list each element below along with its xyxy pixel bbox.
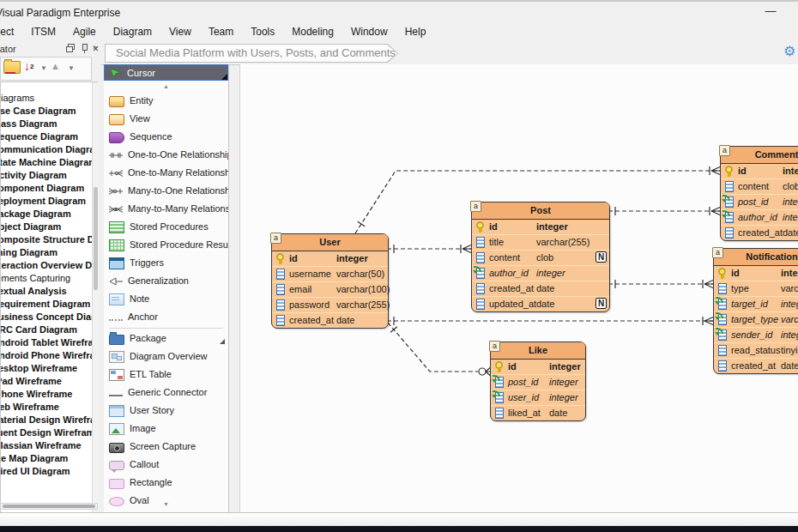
- table-row[interactable]: post_idinteger: [721, 195, 798, 210]
- collapse-dropdown-icon[interactable]: ▼: [68, 64, 75, 72]
- tool-callout[interactable]: Callout: [104, 456, 228, 474]
- menu-help[interactable]: Help: [396, 22, 435, 41]
- nav-item-communication[interactable]: Communication Diagram: [0, 143, 97, 156]
- table-row[interactable]: sender_idinteger: [714, 328, 798, 343]
- table-row[interactable]: post_idinteger: [491, 375, 585, 390]
- tool-package[interactable]: Package: [104, 329, 228, 348]
- nav-item-requirements-capturing[interactable]: Requirements Capturing: [0, 272, 97, 285]
- collapse-icon[interactable]: ▲: [51, 61, 60, 71]
- tool-one-to-many[interactable]: One-to-Many Relationship: [104, 164, 228, 182]
- nav-item-business-concept[interactable]: Business Concept Diagram: [0, 311, 97, 323]
- table-row[interactable]: author_idinteger: [472, 266, 609, 281]
- menu-itsm[interactable]: ITSM: [22, 22, 64, 41]
- table-row[interactable]: liked_atdate: [491, 406, 585, 420]
- sort-dropdown-icon[interactable]: ▼: [40, 64, 47, 72]
- nav-item-android-tablet[interactable]: Android Tablet Wireframe: [0, 336, 97, 349]
- toolbox-scroll-up[interactable]: ▲: [104, 81, 228, 92]
- tool-image[interactable]: Image: [104, 420, 228, 438]
- table-row[interactable]: idinteger: [714, 266, 798, 281]
- nav-item-component[interactable]: Component Diagram: [0, 182, 97, 195]
- tool-cursor[interactable]: Cursor: [104, 64, 228, 81]
- tool-triggers[interactable]: Triggers: [104, 254, 228, 272]
- nav-item-crc-card[interactable]: CRC Card Diagram: [0, 323, 97, 336]
- menu-tools[interactable]: Tools: [242, 22, 283, 41]
- table-row[interactable]: user_idinteger: [491, 390, 585, 406]
- table-row[interactable]: created_atdate: [272, 313, 388, 328]
- tool-user-story[interactable]: User Story: [104, 402, 228, 420]
- nav-item-use-case[interactable]: Use Case Diagram: [0, 105, 97, 118]
- nav-item-composite-structure[interactable]: Composite Structure Diagram: [0, 233, 97, 246]
- table-row[interactable]: titlevarchar(255): [472, 235, 609, 251]
- nav-item-deployment[interactable]: Deployment Diagram: [0, 195, 97, 208]
- nav-item-wired-ui[interactable]: Wired UI Diagram: [0, 465, 97, 478]
- table-row[interactable]: created_atdate: [714, 359, 798, 373]
- table-row[interactable]: read_statustinyint: [714, 343, 798, 359]
- table-row[interactable]: contentclobN: [472, 251, 609, 266]
- nav-item-diagrams[interactable]: Diagrams: [0, 92, 97, 105]
- diagram-canvas[interactable]: a User idinteger usernamevarchar(50) ema…: [239, 64, 798, 512]
- table-row[interactable]: target_idinteger: [714, 297, 798, 312]
- nav-item-interaction-overview[interactable]: Interaction Overview Diagram: [0, 259, 97, 272]
- gear-icon[interactable]: ⚙: [783, 43, 795, 59]
- table-row[interactable]: passwordvarchar(255): [272, 298, 388, 313]
- tool-etl-table[interactable]: ETL Table: [104, 366, 228, 384]
- entity-user[interactable]: a User idinteger usernamevarchar(50) ema…: [271, 233, 389, 329]
- menu-window[interactable]: Window: [342, 22, 396, 41]
- table-row[interactable]: idinteger: [491, 360, 585, 375]
- entity-comment[interactable]: a Comment idinteger contentclob post_idi…: [720, 146, 798, 241]
- minimize-button[interactable]: —: [755, 2, 786, 22]
- tool-many-to-one[interactable]: Many-to-One Relationship: [104, 182, 228, 200]
- nav-item-atlassian[interactable]: Atlassian Wireframe: [0, 439, 97, 452]
- nav-item-state-machine[interactable]: State Machine Diagram: [0, 156, 97, 169]
- new-diagram-icon[interactable]: [3, 61, 21, 74]
- nav-item-ipad-wireframe[interactable]: iPad Wireframe: [0, 375, 97, 388]
- scrollbar-thumb[interactable]: [94, 187, 98, 290]
- nav-item-desktop-wireframe[interactable]: Desktop Wireframe: [0, 362, 97, 375]
- scrollbar-thumb[interactable]: [3, 505, 95, 508]
- menu-diagram[interactable]: Diagram: [105, 22, 160, 41]
- sort-icon[interactable]: ↓2: [24, 59, 33, 74]
- nav-item-class[interactable]: Class Diagram: [0, 118, 97, 130]
- table-row[interactable]: target_typevarchar: [714, 312, 798, 328]
- nav-item-timing[interactable]: Timing Diagram: [0, 246, 97, 259]
- tool-entity[interactable]: Entity: [104, 92, 228, 110]
- nav-item-activity[interactable]: Activity Diagram: [0, 169, 97, 182]
- pin-icon[interactable]: [79, 44, 90, 54]
- table-row[interactable]: author_idinteger: [721, 210, 798, 226]
- menu-view[interactable]: View: [160, 22, 200, 41]
- entity-notification[interactable]: a Notification idinteger typevarchar tar…: [713, 248, 798, 374]
- nav-item-site-map[interactable]: Site Map Diagram: [0, 452, 97, 465]
- nav-item-material-design[interactable]: Material Design Wireframe: [0, 414, 97, 426]
- tool-generalization[interactable]: Generalization: [104, 272, 228, 290]
- nav-item-fluent-design[interactable]: Fluent Design Wireframe: [0, 426, 97, 439]
- tool-stored-procedures[interactable]: Stored Procedures: [104, 218, 228, 236]
- tool-sequence[interactable]: Sequence: [104, 128, 228, 146]
- tool-view[interactable]: View: [104, 110, 228, 128]
- table-row[interactable]: created_atdate: [472, 281, 609, 297]
- table-row[interactable]: usernamevarchar(50): [272, 267, 388, 282]
- nav-item-package[interactable]: Package Diagram: [0, 208, 97, 221]
- nav-item-textual-analysis[interactable]: Textual Analysis: [0, 285, 97, 298]
- table-row[interactable]: emailvarchar(100): [272, 282, 388, 298]
- table-row[interactable]: idinteger: [472, 220, 609, 235]
- toolbox-scroll-down[interactable]: ▼: [104, 499, 228, 510]
- restore-icon[interactable]: [65, 44, 76, 54]
- table-row[interactable]: updated_atdateN: [472, 297, 609, 311]
- tool-diagram-overview[interactable]: Diagram Overview: [104, 348, 228, 366]
- tool-one-to-one[interactable]: One-to-One Relationship: [104, 146, 228, 164]
- table-row[interactable]: created_atdate: [721, 226, 798, 240]
- toolbar-overflow-icon[interactable]: »: [93, 43, 97, 51]
- connector-user-like[interactable]: [388, 323, 478, 372]
- tool-note[interactable]: Note: [104, 290, 228, 308]
- table-row[interactable]: typevarchar: [714, 281, 798, 297]
- nav-item-requirement[interactable]: Requirement Diagram: [0, 298, 97, 311]
- breadcrumb[interactable]: Social Media Platform with Users, Posts,…: [105, 44, 398, 63]
- menu-team[interactable]: Team: [200, 22, 242, 41]
- menu-agile[interactable]: Agile: [64, 22, 105, 41]
- tool-stored-procedure-resultset[interactable]: Stored Procedure ResultSet: [104, 236, 228, 254]
- table-row[interactable]: idinteger: [272, 251, 388, 267]
- tool-many-to-many[interactable]: Many-to-Many Relationship: [104, 200, 228, 218]
- nav-item-object[interactable]: Object Diagram: [0, 221, 97, 233]
- navigator-vertical-scrollbar[interactable]: [92, 82, 99, 532]
- menu-modeling[interactable]: Modeling: [283, 22, 342, 41]
